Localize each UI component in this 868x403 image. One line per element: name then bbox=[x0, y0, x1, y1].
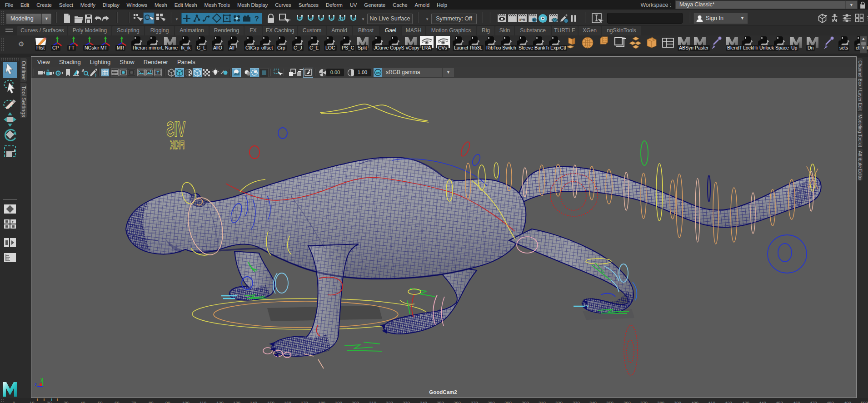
svg-text:ON: ON bbox=[376, 71, 379, 74]
svg-text:IPR: IPR bbox=[519, 18, 525, 22]
svg-text:VIS: VIS bbox=[166, 117, 185, 141]
svg-text:GoodCam2: GoodCam2 bbox=[429, 389, 457, 395]
svg-text:FKIK: FKIK bbox=[170, 138, 185, 152]
svg-text:z: z bbox=[35, 382, 37, 387]
svg-text:y: y bbox=[40, 377, 43, 382]
svg-text:T: T bbox=[157, 70, 160, 75]
svg-text:?: ? bbox=[254, 15, 259, 23]
